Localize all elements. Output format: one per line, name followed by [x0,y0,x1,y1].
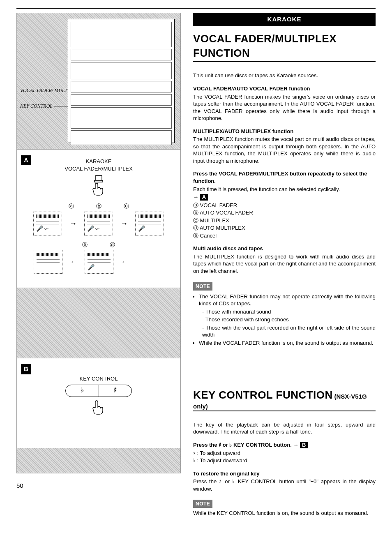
note1-b: Those recorded with strong echoes [202,316,376,323]
stereo-illustration-box: VOCAL FADER/ MULTIPLEX KEY CONTROL [16,13,181,149]
flat-symbol: ♭ [66,385,99,397]
sharp-symbol: ♯ [99,385,132,397]
note1-a: Those with monaural sound [202,308,376,316]
key-press-heading: Press the ♯ or ♭ KEY CONTROL button. → B [193,441,376,449]
display-state-d: 🎤 [85,250,113,274]
multi-audio-text: The MULTIPLEX function is designed to wo… [193,253,376,275]
panel-b-title: KEY CONTROL [21,375,176,383]
arrow-icon: ← [70,250,77,274]
press-button-icon [90,175,108,197]
option-e: ⓔ Cancel [193,232,376,240]
vocal-fader-heading: VOCAL FADER/AUTO VOCAL FADER function [193,85,376,92]
press-instruction-text: Each time it is pressed, the function ca… [193,186,376,193]
display-state-a: 🎤VF [33,212,62,235]
note1-c: Those with the vocal part recorded on th… [202,324,376,339]
section2-note: While the KEY CONTROL function is on, th… [193,510,376,517]
section1-intro: This unit can use discs or tapes as Kara… [193,72,376,79]
note1-text: The VOCAL FADER function may not operate… [199,293,376,307]
note-label: NOTE [193,282,212,291]
page-layout: VOCAL FADER/ MULTIPLEX KEY CONTROL A KA [16,13,376,521]
hand-pointer-icon [90,399,108,418]
left-column: VOCAL FADER/ MULTIPLEX KEY CONTROL A KA [16,13,181,521]
option-a-label: ⓐ [69,203,74,210]
diagram-panel-a: A KARAOKE VOCAL FADER/MULTIPLEX ⓐ ⓑ ⓒ 🎤V… [16,149,181,288]
callout-key-control: KEY CONTROL [20,103,53,109]
vocal-fader-text: The VOCAL FADER function makes the singe… [193,93,376,122]
option-d-label: ⓓ [110,241,115,249]
display-state-c: 🎤 [135,212,164,235]
multi-audio-heading: Multi audio discs and tapes [193,245,376,252]
restore-text: Press the ♯ or ♭ KEY CONTROL button unti… [193,478,376,492]
option-c: ⓒ MULTIPLEX [193,217,376,224]
svg-rect-1 [95,180,103,182]
right-column: KARAOKE VOCAL FADER/MULTIPLEX FUNCTION T… [193,13,376,521]
panel-a-line2: VOCAL FADER/MULTIPLEX [21,165,176,173]
hatch-separator [16,288,181,358]
arrow-icon: ← [121,250,128,274]
option-b: ⓑ AUTO VOCAL FADER [193,209,376,217]
display-state-b: 🎤VF [84,212,113,235]
diagram-panel-b: B KEY CONTROL ♭ ♯ [16,358,181,448]
option-c-label: ⓒ [124,203,129,210]
see-diagram-a: → A [193,194,376,201]
note2-text: While the VOCAL FADER function is on, th… [199,339,376,347]
sharp-instruction: ♯ : To adjust upward [193,450,376,457]
arrow-icon: → [120,212,128,235]
option-d: ⓓ AUTO MULTIPLEX [193,224,376,232]
karaoke-banner: KARAOKE [193,13,376,26]
note-label-2: NOTE [193,500,212,508]
press-instruction-heading: Press the VOCAL FADER/MULTIPLEX button r… [193,170,376,185]
section2-intro: The key of the playback can be adjusted … [193,421,376,436]
option-b-label: ⓑ [96,203,101,210]
flat-instruction: ♭ : To adjust downward [193,457,376,464]
display-state-e [34,250,62,274]
panel-b-badge: B [21,364,31,374]
function-options-list: ⓐ VOCAL FADER ⓑ AUTO VOCAL FADER ⓒ MULTI… [193,202,376,240]
note-list-1: The VOCAL FADER function may not operate… [193,293,376,347]
key-control-button-drawing: ♭ ♯ [65,385,132,397]
restore-heading: To restore the original key [193,470,376,477]
page-number: 50 [16,482,181,490]
stereo-unit-drawing [68,19,175,143]
option-e-label: ⓔ [82,241,88,249]
arrow-icon: → [69,212,77,235]
panel-a-line1: KARAOKE [21,158,176,165]
hatch-bottom [16,448,181,473]
multiplex-text: The MULTIPLEX function mutes the vocal p… [193,136,376,164]
panel-a-badge: A [21,155,31,165]
section1-title: VOCAL FADER/MULTIPLEX FUNCTION [193,32,376,60]
section2-title: KEY CONTROL FUNCTION [193,389,333,401]
option-a: ⓐ VOCAL FADER [193,202,376,209]
multiplex-heading: MULTIPLEX/AUTO MULTIPLEX function [193,128,376,135]
